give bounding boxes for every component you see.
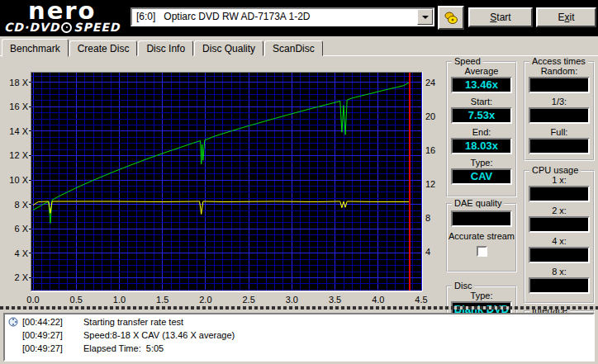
cpu-1x-label: 1 x:	[525, 175, 593, 185]
y-right-tick: 24	[425, 78, 435, 87]
dae-quality-value	[451, 210, 512, 227]
speed-type-value: CAV	[451, 168, 512, 185]
tool-button[interactable]	[438, 6, 464, 30]
log-panel: [00:44:22] Starting transfer rate test […	[3, 313, 595, 362]
cd-dvd-speed-logo: CD·DVD SPEED	[4, 21, 120, 34]
x-tick: 0.5	[70, 295, 83, 305]
full-label: Full:	[525, 127, 593, 137]
x-tick: 1.5	[156, 295, 168, 305]
x-tick: 3.5	[329, 295, 341, 305]
cpu-8x-value	[529, 277, 590, 294]
logo-cd-dvd-text: CD·DVD	[4, 21, 59, 34]
average-label: Average	[448, 66, 515, 76]
cpu-2x-label: 2 x:	[525, 206, 593, 215]
cpu-1x-value	[529, 186, 590, 202]
tab-create-disc[interactable]: Create Disc	[69, 40, 138, 56]
one-third-access-value	[529, 107, 590, 124]
drive-select-dropdown-button[interactable]	[417, 9, 433, 25]
log-entry: [00:44:22] Starting transfer rate test	[5, 316, 593, 328]
disc-type-label: Type:	[448, 291, 515, 300]
disc-icon	[61, 22, 72, 33]
logo-speed-text: SPEED	[74, 21, 120, 34]
y-left-tick: 18 X	[9, 78, 28, 87]
chevron-down-icon	[422, 16, 429, 19]
group-title: Speed	[452, 56, 483, 67]
y-left-tick: 14 X	[9, 126, 28, 136]
cpu-usage-group: CPU usage 1 x: 2 x: 4 x: 8 x:	[524, 170, 595, 304]
end-speed-value: 18.03x	[451, 138, 512, 154]
log-message: Elapsed Time: 5:05	[83, 343, 164, 354]
tab-strip: Benchmark Create Disc Disc Info Disc Qua…	[2, 38, 324, 56]
x-tick: 2.5	[242, 295, 254, 305]
y-right-tick: 16	[425, 145, 435, 155]
drive-select[interactable]: [6:0] Optiarc DVD RW AD-7173A 1-2D	[131, 7, 434, 26]
tab-benchmark[interactable]: Benchmark	[2, 39, 69, 57]
group-title: DAE quality	[452, 198, 504, 209]
x-tick: 3.0	[286, 295, 298, 305]
end-label: End:	[448, 127, 515, 137]
log-message: Speed:8-18 X CAV (13.46 X average)	[83, 329, 235, 341]
random-label: Random:	[525, 66, 593, 76]
cpu-4x-value	[529, 247, 590, 263]
tab-disc-info[interactable]: Disc Info	[138, 40, 193, 56]
cpu-4x-label: 4 x:	[525, 236, 593, 246]
drive-select-value: [6:0] Optiarc DVD RW AD-7173A 1-2D	[132, 9, 417, 25]
log-timestamp: [00:44:22]	[22, 316, 72, 328]
log-timestamp: [00:49:27]	[22, 329, 72, 341]
average-speed-value: 13.46x	[451, 77, 512, 93]
speed-group: Speed Average 13.46x Start: 7.53x End: 1…	[446, 61, 517, 197]
tool-icon	[443, 11, 459, 26]
splitter	[0, 306, 598, 310]
log-message: Starting transfer rate test	[83, 316, 183, 328]
start-button[interactable]: Start	[468, 7, 533, 27]
y-left-tick: 16 X	[9, 102, 28, 111]
group-title: Disc	[452, 281, 474, 291]
x-tick: 4.5	[415, 295, 427, 305]
app-header-bar: nero CD·DVD SPEED [6:0] Optiarc DVD RW A…	[0, 0, 598, 36]
access-times-group: Access times Random: 1/3: Full:	[524, 61, 595, 161]
y-right-tick: 20	[425, 111, 435, 121]
y-right-tick: 4	[425, 247, 430, 257]
tab-disc-quality[interactable]: Disc Quality	[194, 40, 263, 56]
type-label: Type:	[448, 158, 515, 168]
y-left-tick: 10 X	[9, 175, 28, 185]
full-access-value	[529, 138, 590, 154]
random-access-value	[529, 77, 590, 93]
y-left-tick: 8 X	[14, 200, 28, 210]
log-entry: [00:49:27] Elapsed Time: 5:05	[5, 343, 593, 354]
start-label: Start:	[448, 97, 515, 106]
log-timestamp: [00:49:27]	[22, 343, 72, 354]
x-tick: 4.0	[372, 295, 384, 305]
dae-quality-group: DAE quality Accurate stream	[446, 203, 517, 272]
tab-scandisc[interactable]: ScanDisc	[264, 40, 323, 56]
y-left-tick: 4 X	[14, 248, 28, 258]
y-left-tick: 2 X	[14, 272, 28, 282]
log-entry: [00:49:27] Speed:8-18 X CAV (13.46 X ave…	[5, 329, 593, 341]
start-speed-value: 7.53x	[451, 107, 512, 124]
y-right-tick: 12	[425, 179, 435, 189]
y-left-tick: 12 X	[9, 150, 28, 160]
x-tick: 2.0	[199, 295, 211, 305]
y-right-tick: 8	[425, 213, 430, 223]
benchmark-chart: 18 X16 X14 X12 X10 X8 X6 X4 X2 X24201612…	[0, 66, 438, 310]
accurate-stream-label: Accurate stream	[448, 231, 515, 242]
group-title: Access times	[529, 56, 588, 67]
group-title: CPU usage	[529, 165, 581, 176]
x-tick: 0.0	[26, 295, 39, 305]
one-third-label: 1/3:	[525, 97, 593, 106]
accurate-stream-checkbox[interactable]	[477, 246, 487, 257]
y-left-tick: 6 X	[14, 224, 28, 234]
cpu-2x-value	[529, 216, 590, 233]
cpu-8x-label: 8 x:	[525, 267, 593, 277]
exit-button[interactable]: Exit	[536, 7, 596, 27]
test-log-icon	[8, 317, 18, 327]
x-tick: 1.0	[113, 295, 126, 305]
